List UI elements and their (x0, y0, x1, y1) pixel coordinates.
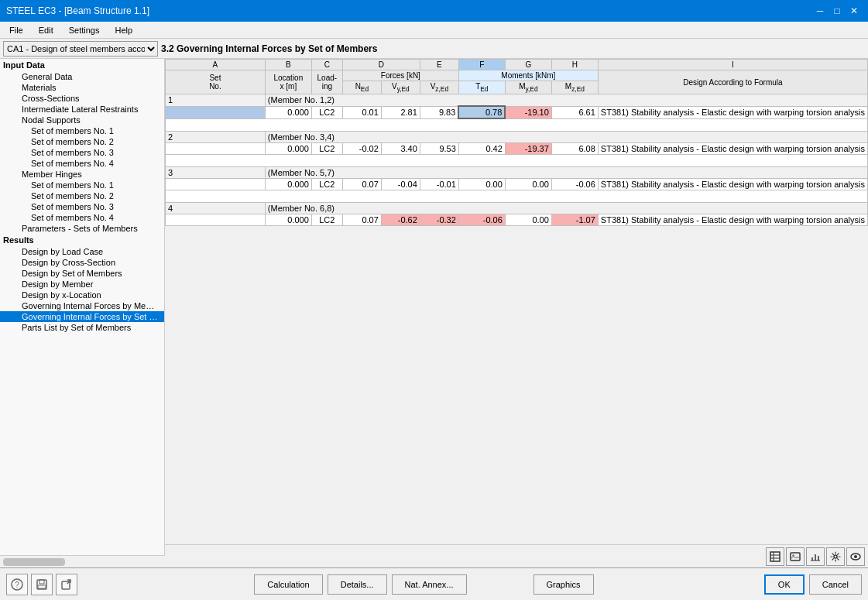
toolbar-btn-settings[interactable] (826, 547, 845, 566)
tree-design-set[interactable]: Design by Set of Members (0, 268, 164, 279)
cell-ned-4: 0.07 (342, 214, 381, 225)
table-area[interactable]: A B C D E F G H I SetNo. Locationx (165, 59, 868, 544)
tree-hinge-set1[interactable]: Set of members No. 1 (0, 180, 164, 190)
col-forces-header: Forces [kN] (342, 70, 458, 81)
empty-row-1 (166, 118, 868, 131)
cancel-button[interactable]: Cancel (809, 574, 862, 595)
tree-hinge-set3[interactable]: Set of members No. 3 (0, 201, 164, 212)
toolbar-btn-chart[interactable] (806, 547, 825, 566)
tree-nodal-set4[interactable]: Set of members No. 4 (0, 158, 164, 169)
col-vyed-header: Vy,Ed (381, 81, 420, 94)
left-panel-scrollbar[interactable] (0, 555, 165, 567)
tree-gov-forces-set[interactable]: Governing Internal Forces by Set of M (0, 311, 164, 322)
tree-general-data[interactable]: General Data (0, 71, 164, 82)
group-label-3: (Member No. 5,7) (265, 166, 867, 178)
graphics-button[interactable]: Graphics (533, 574, 594, 595)
tree-nodal-set2[interactable]: Set of members No. 2 (0, 136, 164, 147)
col-g-header: G (505, 60, 551, 70)
cell-setno-3 (166, 178, 266, 190)
close-button[interactable]: ✕ (846, 3, 862, 19)
tree-gov-forces-member[interactable]: Governing Internal Forces by Member (0, 300, 164, 311)
toolbar-btn-image[interactable] (786, 547, 805, 566)
nat-annex-button[interactable]: Nat. Annex... (392, 574, 467, 595)
cell-location-2: 0.000 (265, 142, 311, 154)
menu-edit[interactable]: Edit (33, 24, 60, 36)
toolbar-btn-table[interactable] (766, 547, 784, 566)
svg-point-12 (854, 555, 857, 558)
col-b-header: B (265, 60, 311, 70)
col-a-header: A (166, 60, 266, 70)
svg-rect-8 (818, 556, 819, 561)
svg-text:?: ? (15, 581, 19, 589)
data-row-4: 0.000 LC2 0.07 -0.62 -0.32 -0.06 0.00 -1… (166, 214, 868, 225)
col-myed-header: My,Ed (505, 81, 551, 94)
tree-nodal-supports[interactable]: Nodal Supports (0, 115, 164, 125)
save-icon-button[interactable] (31, 574, 53, 595)
svg-rect-15 (37, 580, 46, 589)
table-body: 1 (Member No. 1,2) 0.000 LC2 0.01 2.81 9… (166, 94, 868, 226)
tree-nodal-set3[interactable]: Set of members No. 3 (0, 147, 164, 158)
left-panel: Input Data General Data Materials Cross-… (0, 59, 165, 567)
svg-rect-0 (770, 552, 780, 561)
col-location-header: Locationx [m] (265, 70, 311, 94)
calculation-button[interactable]: Calculation (254, 574, 322, 595)
minimize-button[interactable]: ─ (812, 3, 828, 19)
empty-cell-3 (166, 190, 868, 202)
cell-ned-1: 0.01 (342, 106, 381, 118)
group-label-2: (Member No. 3,4) (265, 131, 867, 142)
col-h-header: H (551, 60, 598, 70)
menu-settings[interactable]: Settings (63, 24, 106, 36)
menu-file[interactable]: File (3, 24, 29, 36)
tree-design-xloc[interactable]: Design by x-Location (0, 290, 164, 300)
tree-parts-list[interactable]: Parts List by Set of Members (0, 322, 164, 333)
ca-dropdown[interactable]: CA1 - Design of steel members accordi... (3, 41, 158, 57)
window-controls: ─ □ ✕ (812, 3, 862, 19)
cell-ted-1: 0.78 (458, 106, 505, 118)
col-ned-header: NEd (342, 81, 381, 94)
bottom-buttons-bar: ? Calculation Details... Nat. Annex... G… (0, 567, 868, 600)
col-c-header: C (311, 60, 342, 70)
col-d-header: D (342, 60, 420, 70)
title-bar: STEEL EC3 - [Beam Structure 1.1] ─ □ ✕ (0, 0, 868, 22)
group-row-2: 2 (Member No. 3,4) (166, 131, 868, 142)
svg-rect-7 (815, 554, 816, 561)
cell-myed-3: 0.00 (505, 178, 551, 190)
tree-cross-sections[interactable]: Cross-Sections (0, 93, 164, 104)
col-e-header: E (420, 60, 458, 70)
cell-mzed-3: -0.06 (551, 178, 598, 190)
group-row-4: 4 (Member No. 6,8) (166, 202, 868, 214)
cell-mzed-4: -1.07 (551, 214, 598, 225)
menu-help[interactable]: Help (108, 24, 139, 36)
empty-row-3 (166, 190, 868, 202)
cell-vzed-2: 9.53 (420, 142, 458, 154)
tree-materials[interactable]: Materials (0, 82, 164, 93)
tree-member-hinges[interactable]: Member Hinges (0, 169, 164, 180)
tree-design-load[interactable]: Design by Load Case (0, 246, 164, 257)
export-icon-button[interactable] (56, 574, 77, 595)
cell-mzed-2: 6.08 (551, 142, 598, 154)
cell-formula-2: ST381) Stability analysis - Elastic desi… (598, 142, 867, 154)
group-label-4: (Member No. 6,8) (265, 202, 867, 214)
ok-button[interactable]: OK (764, 574, 805, 595)
section-results: Results (0, 234, 164, 246)
content-area: Input Data General Data Materials Cross-… (0, 59, 868, 567)
tree-hinge-set2[interactable]: Set of members No. 2 (0, 190, 164, 201)
tree-hinge-set4[interactable]: Set of members No. 4 (0, 212, 164, 223)
toolbar-btn-eye[interactable] (846, 547, 865, 566)
cell-setno-4 (166, 214, 266, 225)
tree-nodal-set1[interactable]: Set of members No. 1 (0, 125, 164, 136)
maximize-button[interactable]: □ (829, 3, 845, 19)
tree-parameters[interactable]: Parameters - Sets of Members (0, 223, 164, 234)
cell-setno-1 (166, 106, 266, 118)
col-setno-header: SetNo. (166, 70, 266, 94)
tree-design-member[interactable]: Design by Member (0, 279, 164, 290)
tree-intermediate-lateral[interactable]: Intermediate Lateral Restraints (0, 104, 164, 115)
cell-loading-4: LC2 (311, 214, 342, 225)
group-label-1: (Member No. 1,2) (265, 94, 867, 107)
help-icon-button[interactable]: ? (6, 574, 28, 595)
details-button[interactable]: Details... (328, 574, 387, 595)
tree-design-cross[interactable]: Design by Cross-Section (0, 257, 164, 268)
col-f-header: F (458, 60, 505, 70)
cell-myed-4: 0.00 (505, 214, 551, 225)
cell-location-3: 0.000 (265, 178, 311, 190)
